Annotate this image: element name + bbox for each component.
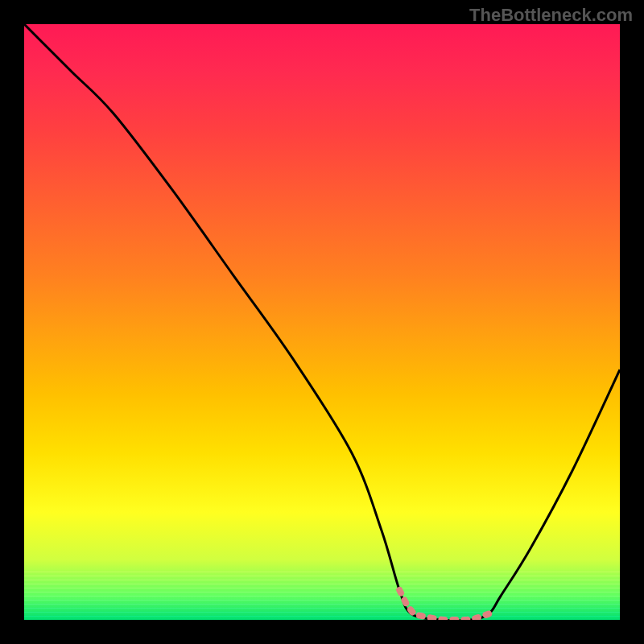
chart-plot-area xyxy=(24,24,620,620)
bottleneck-curve-path xyxy=(24,24,620,620)
curve-svg xyxy=(24,24,620,620)
watermark-text: TheBottleneck.com xyxy=(469,5,633,26)
